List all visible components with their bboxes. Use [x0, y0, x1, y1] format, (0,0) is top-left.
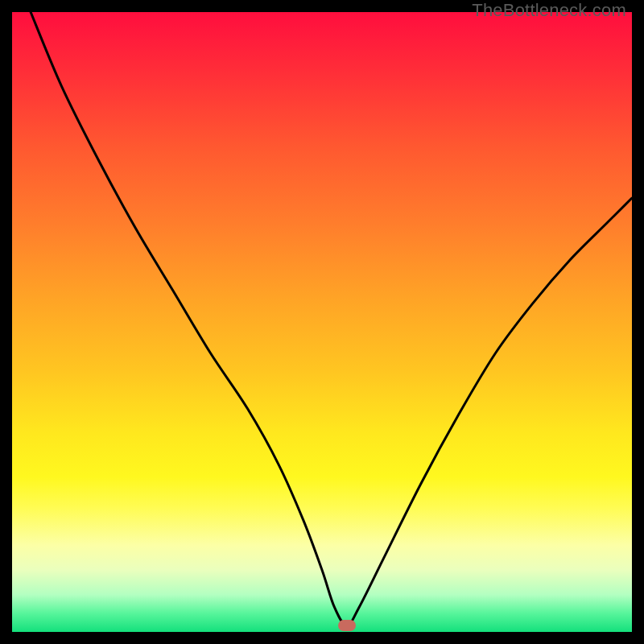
watermark-text: TheBottleneck.com	[472, 0, 626, 21]
plot-area	[12, 12, 632, 632]
chart-frame: TheBottleneck.com	[0, 0, 644, 644]
bottleneck-curve	[12, 12, 632, 632]
optimal-point-marker	[338, 620, 356, 631]
